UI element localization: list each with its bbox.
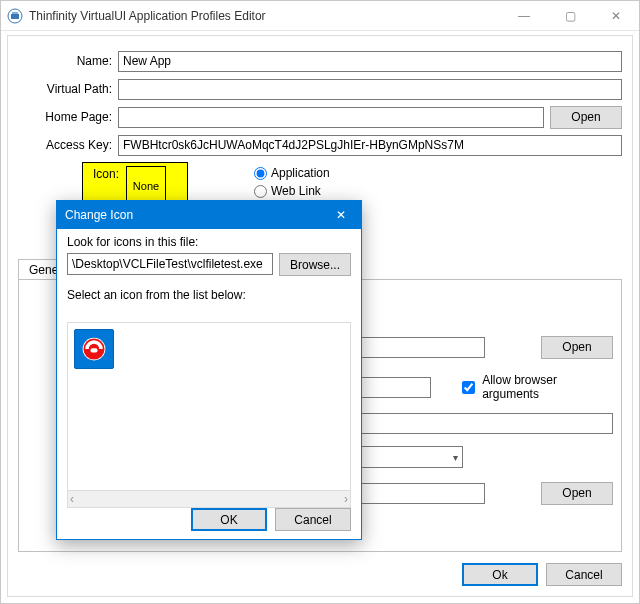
helmet-icon — [80, 335, 108, 363]
chevron-down-icon: ▾ — [453, 452, 458, 463]
select-icon-label: Select an icon from the list below: — [67, 288, 351, 302]
app-icon — [7, 8, 23, 24]
virtualpath-label: Virtual Path: — [18, 82, 118, 96]
allow-browser-args-label: Allow browser arguments — [482, 373, 613, 401]
maximize-button[interactable]: ▢ — [547, 1, 593, 30]
name-input[interactable] — [118, 51, 622, 72]
scroll-right-icon[interactable]: › — [344, 492, 348, 506]
tabpanel-input-4[interactable] — [345, 483, 485, 504]
allow-browser-args-checkbox[interactable]: Allow browser arguments — [458, 373, 613, 401]
name-label: Name: — [18, 54, 118, 68]
tabpanel-open-button-1[interactable]: Open — [541, 336, 613, 359]
radio-weblink-label: Web Link — [271, 184, 321, 198]
radio-application-label: Application — [271, 166, 330, 180]
homepage-label: Home Page: — [18, 110, 118, 124]
svg-rect-5 — [91, 348, 98, 352]
tabpanel-input-1[interactable] — [345, 337, 485, 358]
dialog-close-button[interactable]: ✕ — [321, 208, 361, 222]
homepage-input[interactable] — [118, 107, 544, 128]
accesskey-input[interactable] — [118, 135, 622, 156]
dialog-buttons: OK Cancel — [191, 508, 351, 531]
change-icon-dialog: Change Icon ✕ Look for icons in this fil… — [56, 200, 362, 540]
icon-list[interactable]: ‹ › — [67, 322, 351, 508]
svg-rect-1 — [11, 14, 19, 19]
window-buttons: — ▢ ✕ — [501, 1, 639, 30]
homepage-open-button[interactable]: Open — [550, 106, 622, 129]
main-buttons: Ok Cancel — [462, 563, 622, 586]
titlebar: Thinfinity VirtualUI Application Profile… — [1, 1, 639, 31]
dialog-ok-button[interactable]: OK — [191, 508, 267, 531]
tabpanel-select[interactable]: ▾ — [345, 446, 463, 468]
browse-button[interactable]: Browse... — [279, 253, 351, 276]
icon-list-scrollbar[interactable]: ‹ › — [68, 490, 350, 507]
icon-list-item-selected[interactable] — [74, 329, 114, 369]
tabpanel-input-3[interactable] — [345, 413, 613, 434]
tabpanel-open-button-2[interactable]: Open — [541, 482, 613, 505]
dialog-title: Change Icon — [65, 208, 321, 222]
close-button[interactable]: ✕ — [593, 1, 639, 30]
main-ok-button[interactable]: Ok — [462, 563, 538, 586]
icon-file-path-input[interactable] — [67, 253, 273, 275]
svg-rect-2 — [12, 12, 18, 14]
virtualpath-input[interactable] — [118, 79, 622, 100]
dialog-titlebar: Change Icon ✕ — [57, 201, 361, 229]
accesskey-label: Access Key: — [18, 138, 118, 152]
minimize-button[interactable]: — — [501, 1, 547, 30]
radio-weblink[interactable] — [254, 185, 267, 198]
dialog-body: Look for icons in this file: Browse... S… — [67, 235, 351, 499]
type-radios: Application Web Link — [254, 164, 330, 200]
lookfor-label: Look for icons in this file: — [67, 235, 351, 249]
radio-application[interactable] — [254, 167, 267, 180]
window-title: Thinfinity VirtualUI Application Profile… — [29, 9, 501, 23]
allow-browser-args-input[interactable] — [462, 381, 475, 394]
scroll-left-icon[interactable]: ‹ — [70, 492, 74, 506]
main-cancel-button[interactable]: Cancel — [546, 563, 622, 586]
dialog-cancel-button[interactable]: Cancel — [275, 508, 351, 531]
